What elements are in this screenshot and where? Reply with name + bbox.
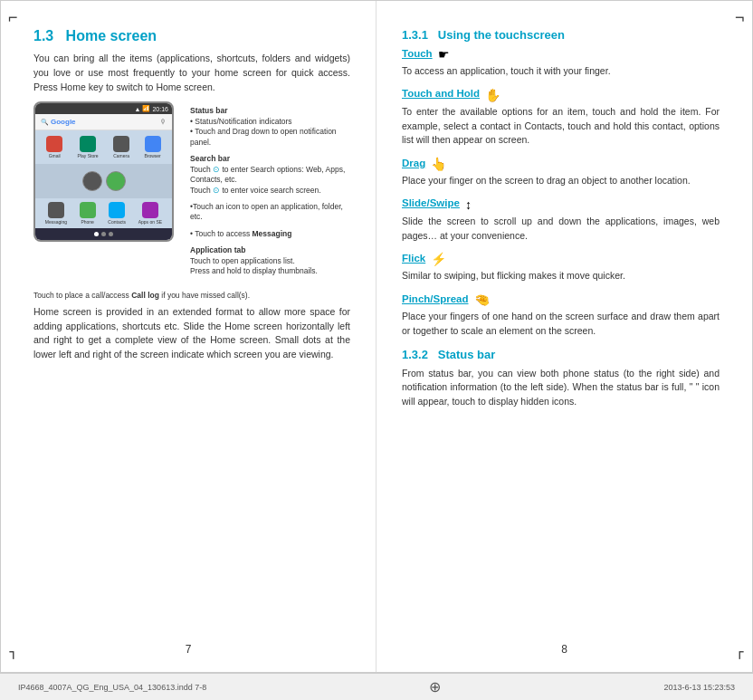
footer-file-info: IP4668_4007A_QG_Eng_USA_04_130613.indd 7… — [18, 683, 206, 692]
status-bar-annotation: Status bar • Status/Notification indicat… — [190, 106, 350, 148]
touch-desc-2: To enter the available options for an it… — [402, 105, 720, 148]
touch-desc-5: Similar to swiping, but flicking makes i… — [402, 269, 720, 283]
page-right: ⌐ ⌐ 1.3.1 Using the touchscreen Touch ☛ … — [376, 1, 752, 672]
corner-mark-tl: ⌐ — [8, 8, 18, 27]
section-heading-left: 1.3 Home screen — [33, 28, 350, 44]
touch-desc-6: Place your fingers of one hand on the sc… — [402, 310, 720, 339]
section-heading-right: 1.3.1 Using the touchscreen — [402, 28, 720, 42]
right-annotations: Status bar • Status/Notification indicat… — [186, 101, 350, 283]
footer-date: 2013-6-13 15:23:53 — [663, 683, 735, 692]
phone-search-bar: 🔍 Google 🎙 — [35, 114, 172, 130]
search-bar-annotation: Search bar Touch ⊙ to enter Search optio… — [190, 154, 350, 196]
touch-section-5: Flick ⚡ Similar to swiping, but flicking… — [402, 252, 720, 283]
icon-annotation: •Touch an icon to open an application, f… — [190, 202, 350, 223]
page-left: ⌐ ⌐ 1.3 Home screen You can bring all th… — [1, 1, 376, 672]
footer-bar: IP4668_4007A_QG_Eng_USA_04_130613.indd 7… — [0, 673, 753, 700]
phone-mockup: ▲ 📶 20:16 🔍 Google 🎙 — [33, 101, 174, 242]
corner-mark-tr: ⌐ — [735, 8, 745, 27]
footer-crosshair: ⊕ — [429, 678, 441, 695]
touch-desc-4: Slide the screen to scroll up and down t… — [402, 215, 720, 244]
phone-mockup-container: ▲ 📶 20:16 🔍 Google 🎙 — [33, 101, 178, 242]
phone-screen: ▲ 📶 20:16 🔍 Google 🎙 — [35, 103, 172, 240]
intro-text: You can bring all the items (application… — [33, 52, 350, 94]
touch-section-4: Slide/Swipe ↕ Slide the screen to scroll… — [402, 197, 720, 244]
messaging-annotation: • Touch to access Messaging — [190, 229, 350, 239]
touch-section-6: Pinch/Spread 🤏 Place your fingers of one… — [402, 292, 720, 339]
phone-status-bar: ▲ 📶 20:16 — [35, 103, 172, 114]
phone-icons-row-2: Messaging Phone Contacts — [35, 198, 172, 228]
body-text-left: Home screen is provided in an extended f… — [33, 305, 350, 362]
page-number-left: 7 — [186, 643, 192, 656]
touch-section-1: Touch ☛ To access an application, touch … — [402, 47, 720, 79]
corner-mark-bl: ⌐ — [4, 650, 23, 660]
phone-icons-row-1: Gmail Play Store Camera — [35, 130, 172, 164]
page-number-right: 8 — [561, 643, 567, 656]
corner-mark-br: ⌐ — [730, 650, 749, 660]
call-log-annotation: Touch to place a call/access Call log if… — [33, 291, 350, 300]
touch-desc-1: To access an application, touch it with … — [402, 64, 720, 79]
touch-desc-3: Place your finger on the screen to drag … — [402, 174, 720, 188]
touch-section-3: Drag 👆 Place your finger on the screen t… — [402, 157, 720, 188]
subsection-text: From status bar, you can view both phone… — [402, 367, 720, 409]
subsection-heading: 1.3.2 Status bar — [402, 348, 720, 361]
touch-section-2: Touch and Hold ✋ To enter the available … — [402, 88, 720, 148]
app-tab-annotation: Application tab Touch to open applicatio… — [190, 245, 350, 276]
phone-annotation-area: ▲ 📶 20:16 🔍 Google 🎙 — [33, 101, 350, 283]
